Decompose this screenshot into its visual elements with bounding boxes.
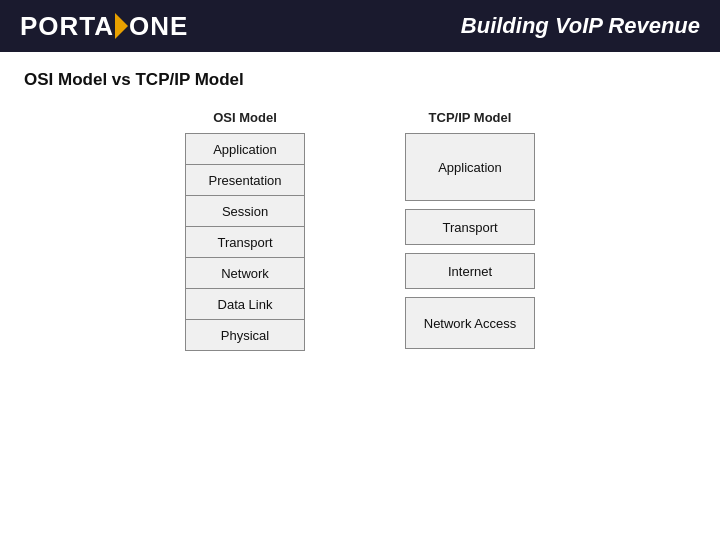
tcp-layer-application: Application	[405, 133, 535, 201]
osi-layer-transport: Transport	[185, 226, 305, 258]
page-title: OSI Model vs TCP/IP Model	[24, 70, 696, 90]
osi-layer-physical: Physical	[185, 319, 305, 351]
tcp-layers: ApplicationTransportInternetNetwork Acce…	[405, 133, 535, 357]
osi-layer-presentation: Presentation	[185, 164, 305, 196]
osi-layer-application: Application	[185, 133, 305, 165]
tcp-layer-network-access: Network Access	[405, 297, 535, 349]
osi-model-label: OSI Model	[213, 110, 277, 125]
osi-layer-session: Session	[185, 195, 305, 227]
osi-layers: ApplicationPresentationSessionTransportN…	[185, 133, 305, 350]
logo-mark-icon	[115, 13, 128, 39]
logo-text-after: one	[129, 11, 188, 42]
diagram-area: OSI Model ApplicationPresentationSession…	[24, 110, 696, 357]
osi-layer-data-link: Data Link	[185, 288, 305, 320]
tcp-layer-transport: Transport	[405, 209, 535, 245]
osi-layer-network: Network	[185, 257, 305, 289]
main-content: OSI Model vs TCP/IP Model OSI Model Appl…	[0, 52, 720, 375]
header: PORTA one Building VoIP Revenue	[0, 0, 720, 52]
logo: PORTA one	[20, 11, 188, 42]
logo-text-before: PORTA	[20, 11, 114, 42]
header-tagline: Building VoIP Revenue	[461, 13, 700, 39]
tcp-model-label: TCP/IP Model	[429, 110, 512, 125]
tcp-model-column: TCP/IP Model ApplicationTransportInterne…	[405, 110, 535, 357]
osi-model-column: OSI Model ApplicationPresentationSession…	[185, 110, 305, 357]
tcp-layer-internet: Internet	[405, 253, 535, 289]
